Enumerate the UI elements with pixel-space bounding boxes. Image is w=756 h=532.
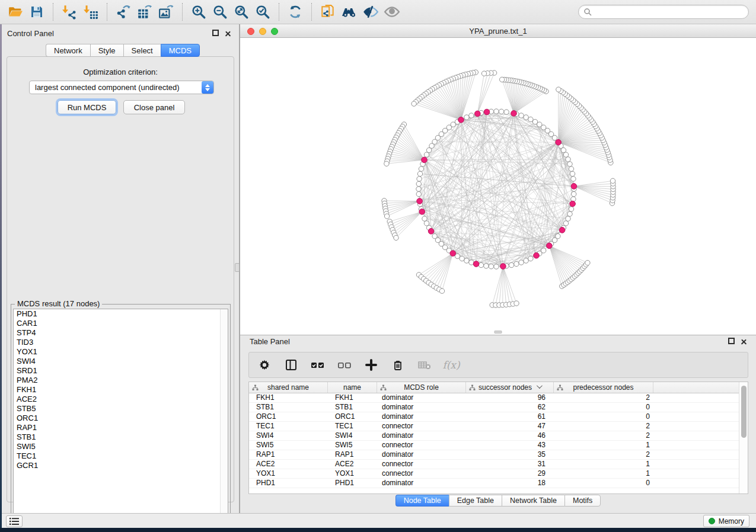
hub-node[interactable]	[571, 184, 577, 190]
hub-node[interactable]	[450, 251, 456, 257]
export-image-button[interactable]	[157, 2, 176, 21]
export-network-button[interactable]	[114, 2, 133, 21]
ring-node[interactable]	[519, 113, 524, 118]
tab-style[interactable]: Style	[90, 44, 123, 57]
hub-node[interactable]	[417, 198, 423, 204]
column-header-name[interactable]: name	[328, 382, 377, 393]
memory-button[interactable]: Memory	[703, 515, 749, 527]
ring-node[interactable]	[528, 117, 533, 121]
mcds-result-item[interactable]: SWI5	[14, 442, 228, 451]
ring-node[interactable]	[563, 152, 568, 157]
tab-network[interactable]: Network	[46, 44, 90, 57]
ring-node[interactable]	[524, 258, 528, 263]
ring-node[interactable]	[532, 119, 537, 124]
mcds-result-item[interactable]: FKH1	[14, 385, 228, 395]
ring-node[interactable]	[569, 166, 573, 171]
tab-select[interactable]: Select	[123, 44, 161, 57]
ring-node[interactable]	[426, 148, 431, 152]
ring-node[interactable]	[464, 115, 469, 120]
ring-node[interactable]	[563, 221, 568, 226]
leaf-node[interactable]	[384, 161, 389, 166]
mcds-result-item[interactable]: RAP1	[14, 423, 228, 432]
column-header-shared-name[interactable]: shared name	[249, 382, 328, 393]
hub-node[interactable]	[511, 111, 517, 117]
import-table-button[interactable]	[81, 2, 100, 21]
mcds-result-item[interactable]: TID3	[14, 338, 228, 347]
mcds-list-scrollbar[interactable]	[220, 309, 228, 518]
zoom-out-button[interactable]	[210, 2, 229, 21]
ring-node[interactable]	[519, 260, 524, 265]
mcds-result-item[interactable]: STB1	[14, 432, 228, 442]
mcds-result-item[interactable]: ORC1	[14, 414, 228, 423]
mcds-result-item[interactable]: GCR1	[14, 461, 228, 470]
hub-node[interactable]	[422, 157, 428, 163]
ring-node[interactable]	[469, 113, 474, 118]
ring-node[interactable]	[572, 191, 576, 196]
ring-node[interactable]	[417, 177, 422, 181]
hub-node[interactable]	[547, 243, 553, 249]
delete-table-button[interactable]	[417, 358, 432, 372]
network-canvas[interactable]	[240, 38, 756, 335]
mcds-result-item[interactable]: SRD1	[14, 366, 228, 376]
close-panel-action-button[interactable]: Close panel	[123, 100, 185, 114]
task-history-button[interactable]	[6, 515, 23, 527]
ring-node[interactable]	[499, 109, 503, 114]
mcds-result-item[interactable]: PHD1	[14, 309, 228, 319]
hub-node[interactable]	[559, 227, 565, 233]
hub-node[interactable]	[534, 253, 540, 259]
table-row[interactable]: STB1STB1dominator620	[249, 403, 739, 412]
hub-node[interactable]	[500, 264, 506, 270]
ring-node[interactable]	[504, 110, 509, 114]
leaf-node[interactable]	[412, 101, 416, 106]
mcds-result-item[interactable]: YOX1	[14, 347, 228, 357]
delete-column-button[interactable]	[391, 358, 405, 372]
ring-node[interactable]	[489, 264, 493, 269]
zoom-fit-button[interactable]	[232, 2, 251, 21]
ring-node[interactable]	[514, 261, 519, 266]
import-network-button[interactable]	[60, 2, 79, 21]
column-header-successor-nodes[interactable]: successor nodes	[466, 382, 554, 393]
hide-panels-button[interactable]	[361, 2, 380, 21]
ring-node[interactable]	[528, 256, 533, 261]
leaf-node[interactable]	[481, 71, 486, 76]
hub-node[interactable]	[556, 139, 562, 145]
hub-node[interactable]	[475, 111, 481, 117]
table-row[interactable]: ACE2ACE2connector311	[249, 460, 739, 469]
toggle-column-panel-button[interactable]	[284, 358, 298, 372]
mcds-result-item[interactable]: PMA2	[14, 376, 228, 385]
table-row[interactable]: RAP1RAP1dominator352	[249, 450, 739, 460]
splitter-grip[interactable]	[235, 263, 240, 272]
search-input[interactable]	[595, 8, 744, 16]
ring-node[interactable]	[570, 171, 575, 176]
tab-edge-table[interactable]: Edge Table	[449, 495, 502, 507]
select-all-columns-button[interactable]	[311, 358, 325, 372]
ring-node[interactable]	[541, 248, 546, 253]
table-row[interactable]: FKH1FKH1dominator962	[249, 393, 739, 403]
table-row[interactable]: PHD1PHD1dominator180	[249, 479, 739, 488]
search-all-networks-button[interactable]	[340, 2, 359, 21]
mcds-result-item[interactable]: STB5	[14, 404, 228, 414]
mcds-result-item[interactable]: STP4	[14, 328, 228, 338]
leaf-node[interactable]	[514, 301, 519, 306]
mcds-result-item[interactable]: CAR1	[14, 319, 228, 328]
mcds-result-item[interactable]: SWI4	[14, 357, 228, 366]
search-field[interactable]	[578, 5, 749, 19]
hub-node[interactable]	[458, 117, 464, 123]
leaf-node[interactable]	[556, 87, 561, 92]
clone-network-button[interactable]	[318, 2, 337, 21]
table-scrollbar-track[interactable]	[739, 382, 748, 493]
tab-motifs[interactable]: Motifs	[564, 495, 601, 507]
mcds-result-item[interactable]: ACE2	[14, 395, 228, 404]
leaf-node[interactable]	[394, 235, 398, 240]
run-mcds-button[interactable]: Run MCDS	[58, 100, 116, 114]
refresh-button[interactable]	[286, 2, 305, 21]
ring-node[interactable]	[422, 216, 427, 221]
ring-node[interactable]	[416, 191, 421, 196]
ring-node[interactable]	[484, 264, 489, 268]
ring-node[interactable]	[424, 152, 429, 157]
hub-node[interactable]	[419, 209, 425, 215]
ring-node[interactable]	[566, 157, 570, 162]
mcds-result-item[interactable]: TEC1	[14, 451, 228, 461]
ring-node[interactable]	[567, 211, 572, 216]
ring-node[interactable]	[571, 177, 576, 181]
